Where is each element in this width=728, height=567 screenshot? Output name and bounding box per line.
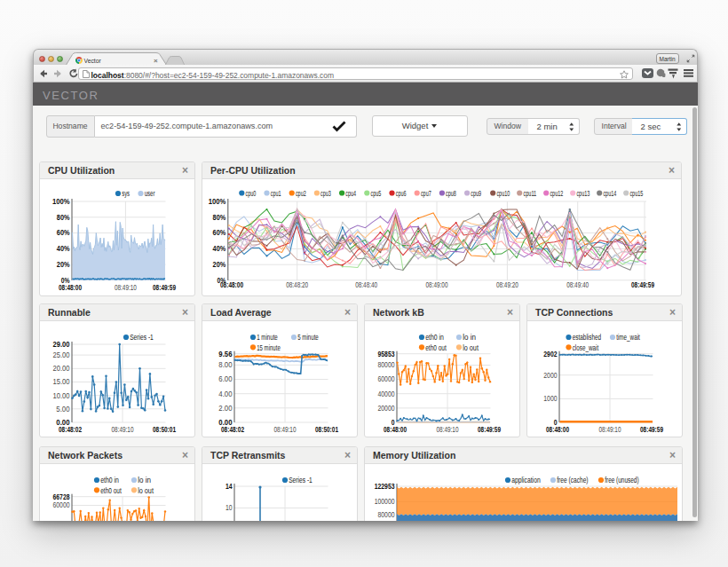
svg-text:08:48:20: 08:48:20 (286, 280, 308, 289)
svg-text:08:49:10: 08:49:10 (112, 424, 134, 433)
svg-text:sys: sys (122, 189, 130, 198)
svg-text:2000: 2000 (543, 370, 557, 379)
svg-text:08:49:20: 08:49:20 (496, 280, 518, 289)
svg-text:cpu0: cpu0 (246, 189, 257, 198)
svg-text:08:49:10: 08:49:10 (599, 424, 621, 433)
svg-text:08:49:59: 08:49:59 (478, 424, 501, 433)
svg-text:free (cache): free (cache) (557, 476, 589, 484)
svg-text:14: 14 (226, 482, 233, 491)
svg-text:100%: 100% (52, 197, 70, 206)
svg-text:5.00: 5.00 (56, 404, 69, 413)
svg-text:user: user (145, 189, 155, 198)
svg-text:free (unused): free (unused) (605, 476, 639, 484)
svg-text:08:49:40: 08:49:40 (566, 280, 589, 289)
svg-text:20.00: 20.00 (53, 364, 70, 373)
svg-text:eth0 in: eth0 in (100, 476, 119, 484)
svg-text:cpu5: cpu5 (371, 189, 382, 198)
svg-text:60000: 60000 (53, 500, 70, 509)
svg-text:60%: 60% (213, 228, 226, 237)
svg-text:9.56: 9.56 (218, 349, 232, 358)
svg-text:6.00: 6.00 (218, 374, 232, 383)
svg-text:cpu6: cpu6 (396, 189, 407, 198)
svg-text:95853: 95853 (378, 349, 395, 358)
svg-text:cpu14: cpu14 (603, 189, 616, 198)
svg-text:100%: 100% (209, 197, 226, 206)
svg-text:08:48:40: 08:48:40 (355, 280, 377, 289)
svg-text:cpu9: cpu9 (471, 189, 481, 198)
svg-text:2.00: 2.00 (218, 403, 232, 412)
svg-text:08:49:59: 08:49:59 (153, 283, 176, 292)
svg-text:60000: 60000 (378, 374, 395, 383)
svg-text:close_wait: close_wait (573, 343, 599, 351)
svg-text:08:48:00: 08:48:00 (59, 283, 82, 292)
svg-text:cpu15: cpu15 (629, 189, 643, 198)
svg-text:08:50:01: 08:50:01 (153, 424, 176, 433)
svg-text:122953: 122953 (375, 482, 395, 491)
svg-text:15 minute: 15 minute (257, 343, 281, 351)
svg-text:2902: 2902 (543, 349, 557, 358)
svg-text:40%: 40% (57, 244, 70, 253)
svg-text:40%: 40% (213, 244, 226, 253)
svg-text:08:49:10: 08:49:10 (274, 424, 297, 433)
svg-text:cpu10: cpu10 (496, 189, 510, 198)
svg-text:10: 10 (226, 503, 233, 512)
svg-text:08:49:59: 08:49:59 (631, 280, 654, 289)
svg-text:08:49:59: 08:49:59 (640, 424, 663, 433)
svg-text:20000: 20000 (378, 403, 395, 412)
svg-text:eth0 out: eth0 out (100, 486, 122, 495)
svg-text:cpu12: cpu12 (550, 189, 563, 198)
svg-text:20%: 20% (57, 260, 70, 269)
svg-text:08:48:02: 08:48:02 (59, 424, 82, 433)
svg-text:Series -1: Series -1 (289, 476, 313, 484)
svg-text:29.00: 29.00 (53, 339, 70, 348)
svg-text:lo in: lo in (463, 333, 476, 342)
svg-text:established: established (573, 333, 602, 342)
svg-text:100000: 100000 (375, 497, 395, 506)
svg-text:08:48:02: 08:48:02 (221, 424, 244, 433)
svg-text:08:49:10: 08:49:10 (437, 424, 459, 433)
svg-text:cpu4: cpu4 (345, 189, 356, 198)
svg-text:Series -1: Series -1 (130, 333, 154, 342)
svg-text:eth0 in: eth0 in (425, 333, 444, 342)
svg-text:lo out: lo out (463, 343, 479, 351)
svg-text:80000: 80000 (378, 510, 395, 519)
svg-text:08:49:10: 08:49:10 (115, 283, 137, 292)
svg-text:lo out: lo out (138, 486, 154, 495)
svg-text:4.00: 4.00 (218, 389, 232, 398)
svg-text:5 minute: 5 minute (297, 333, 319, 342)
svg-text:lo in: lo in (138, 476, 151, 484)
svg-text:80000: 80000 (378, 360, 395, 369)
svg-text:40000: 40000 (378, 389, 395, 398)
svg-text:cpu13: cpu13 (576, 189, 590, 198)
svg-text:80%: 80% (57, 213, 70, 222)
svg-text:66728: 66728 (53, 492, 70, 501)
svg-text:25.00: 25.00 (53, 350, 70, 358)
svg-text:10.00: 10.00 (53, 390, 70, 399)
svg-text:1 minute: 1 minute (257, 333, 278, 342)
svg-text:80%: 80% (213, 213, 226, 222)
svg-text:cpu7: cpu7 (421, 189, 431, 198)
svg-text:08:48:00: 08:48:00 (384, 424, 407, 433)
svg-text:cpu1: cpu1 (271, 189, 281, 198)
svg-text:1000: 1000 (543, 394, 557, 403)
svg-text:15.00: 15.00 (53, 377, 70, 386)
svg-text:08:48:00: 08:48:00 (220, 280, 243, 289)
svg-text:08:49:00: 08:49:00 (426, 280, 448, 289)
svg-text:08:48:00: 08:48:00 (546, 424, 569, 433)
svg-text:cpu11: cpu11 (523, 189, 536, 198)
svg-text:cpu8: cpu8 (446, 189, 456, 198)
svg-text:20%: 20% (213, 260, 226, 269)
svg-text:time_wait: time_wait (616, 333, 640, 342)
svg-text:60%: 60% (57, 228, 70, 237)
svg-text:cpu3: cpu3 (320, 189, 331, 198)
svg-text:application: application (511, 476, 541, 484)
svg-text:eth0 out: eth0 out (425, 343, 447, 351)
svg-text:8.00: 8.00 (218, 360, 232, 369)
svg-text:cpu2: cpu2 (296, 189, 306, 198)
svg-text:08:50:01: 08:50:01 (315, 424, 338, 433)
